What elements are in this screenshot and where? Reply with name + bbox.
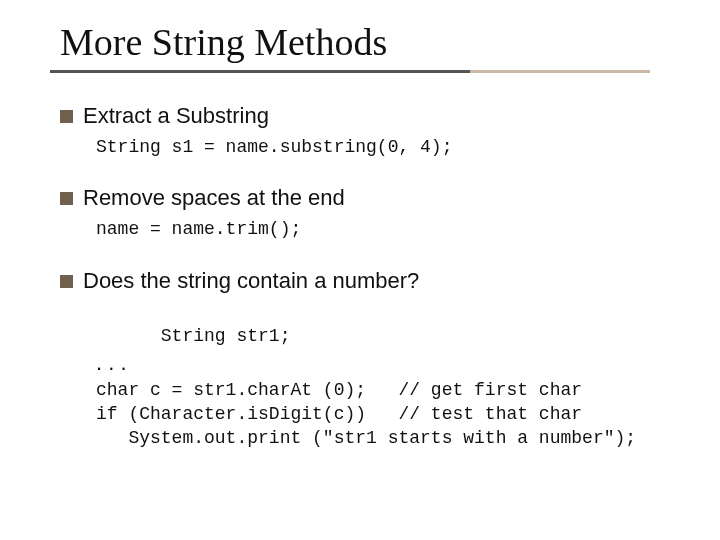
bullet-item: Remove spaces at the end — [60, 185, 680, 211]
bullet-item: Extract a Substring — [60, 103, 680, 129]
code-block: String str1; . . . char c = str1.charAt … — [96, 300, 680, 451]
code-line: System.out.print ("str1 starts with a nu… — [96, 428, 636, 448]
slide-content: Extract a Substring String s1 = name.sub… — [60, 103, 680, 451]
bullet-text: Extract a Substring — [83, 103, 269, 129]
code-line: char c = str1.charAt (0); // get first c… — [96, 380, 582, 400]
bullet-text: Remove spaces at the end — [83, 185, 345, 211]
code-line: if (Character.isDigit(c)) // test that c… — [96, 404, 582, 424]
ellipsis: . . . — [96, 350, 127, 375]
slide-title: More String Methods — [60, 20, 387, 64]
title-underline — [50, 70, 650, 73]
code-block: String s1 = name.substring(0, 4); — [96, 135, 680, 159]
square-bullet-icon — [60, 275, 73, 288]
bullet-item: Does the string contain a number? — [60, 268, 680, 294]
square-bullet-icon — [60, 110, 73, 123]
square-bullet-icon — [60, 192, 73, 205]
code-block: name = name.trim(); — [96, 217, 680, 241]
bullet-text: Does the string contain a number? — [83, 268, 419, 294]
code-line: String str1; — [161, 326, 291, 346]
